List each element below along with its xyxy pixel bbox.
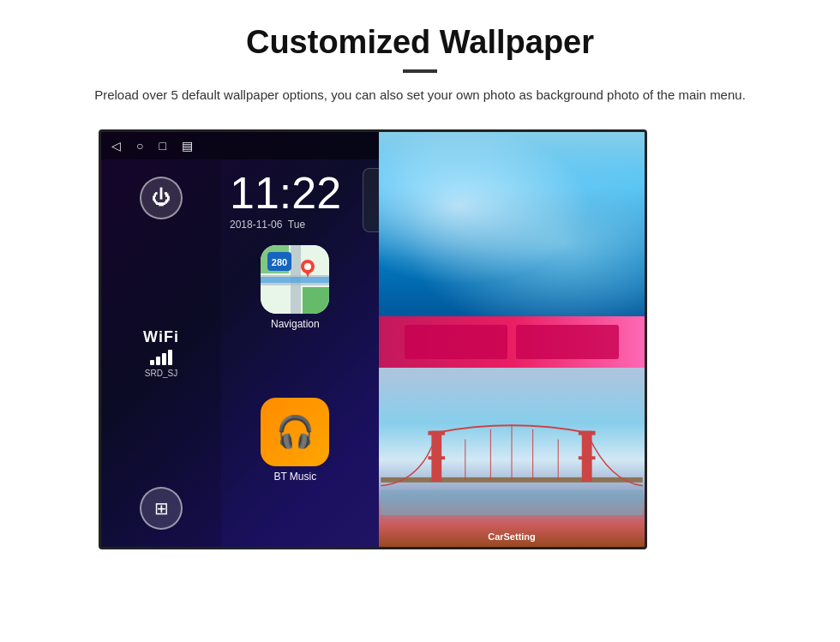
bridge-svg xyxy=(379,414,645,515)
page-description: Preload over 5 default wallpaper options… xyxy=(51,85,789,105)
wifi-label: WiFi xyxy=(143,328,179,346)
home-nav-icon[interactable]: ○ xyxy=(136,139,143,153)
wifi-bar-3 xyxy=(162,353,166,365)
page-title: Customized Wallpaper xyxy=(51,24,789,61)
clock-time: 11:22 xyxy=(230,171,341,215)
pink-bar-1 xyxy=(405,325,507,359)
wifi-bar-2 xyxy=(156,357,160,365)
android-screen: ◁ ○ □ ▤ 📍 ▲ 11:22 ⏻ WiFi xyxy=(99,129,647,549)
left-sidebar: ⏻ WiFi SRD_SJ ⊞ xyxy=(101,159,221,547)
svg-rect-26 xyxy=(428,456,445,459)
page-header: Customized Wallpaper Preload over 5 defa… xyxy=(0,0,840,121)
svg-rect-29 xyxy=(579,456,596,459)
wallpaper-pink[interactable] xyxy=(379,316,645,368)
svg-point-12 xyxy=(304,263,311,270)
title-divider xyxy=(403,69,437,73)
ice-texture xyxy=(379,132,645,316)
pink-bar-2 xyxy=(516,325,619,359)
back-nav-icon[interactable]: ◁ xyxy=(111,139,121,153)
wallpaper-ice[interactable] xyxy=(379,132,645,316)
clock-date: 2018-11-06 Tue xyxy=(230,219,341,231)
power-button[interactable]: ⏻ xyxy=(140,177,183,219)
bt-music-label: BT Music xyxy=(273,471,316,483)
navigation-icon: 280 xyxy=(261,245,329,314)
wifi-bars xyxy=(143,350,179,365)
app-navigation[interactable]: 280 Navigation xyxy=(230,245,361,391)
svg-rect-24 xyxy=(431,430,441,481)
power-icon: ⏻ xyxy=(152,187,171,209)
svg-rect-6 xyxy=(303,287,329,314)
clock-widget: 11:22 2018-11-06 Tue xyxy=(230,171,341,231)
wallpaper-bridge[interactable]: CarSetting xyxy=(379,368,645,549)
status-bar-left: ◁ ○ □ ▤ xyxy=(111,139,193,153)
wifi-bar-4 xyxy=(168,350,172,365)
svg-text:280: 280 xyxy=(272,257,287,267)
navigation-label: Navigation xyxy=(271,318,320,330)
wifi-widget: WiFi SRD_SJ xyxy=(143,328,179,378)
svg-rect-22 xyxy=(381,489,642,515)
wifi-ssid: SRD_SJ xyxy=(143,369,179,378)
bt-music-glyph: 🎧 xyxy=(276,414,315,450)
all-apps-button[interactable]: ⊞ xyxy=(140,487,183,530)
svg-rect-27 xyxy=(582,430,592,481)
wallpaper-panel: CarSetting xyxy=(379,132,645,549)
app-bt-music[interactable]: 🎧 BT Music xyxy=(230,398,361,543)
screenshot-nav-icon[interactable]: ▤ xyxy=(182,139,193,153)
svg-rect-7 xyxy=(261,277,329,283)
device-container: ◁ ○ □ ▤ 📍 ▲ 11:22 ⏻ WiFi xyxy=(99,129,793,549)
apps-grid-icon: ⊞ xyxy=(154,498,169,519)
wifi-bar-1 xyxy=(150,360,154,365)
recents-nav-icon[interactable]: □ xyxy=(159,139,165,153)
carsetting-label: CarSetting xyxy=(488,531,536,542)
bt-music-icon: 🎧 xyxy=(261,398,329,466)
